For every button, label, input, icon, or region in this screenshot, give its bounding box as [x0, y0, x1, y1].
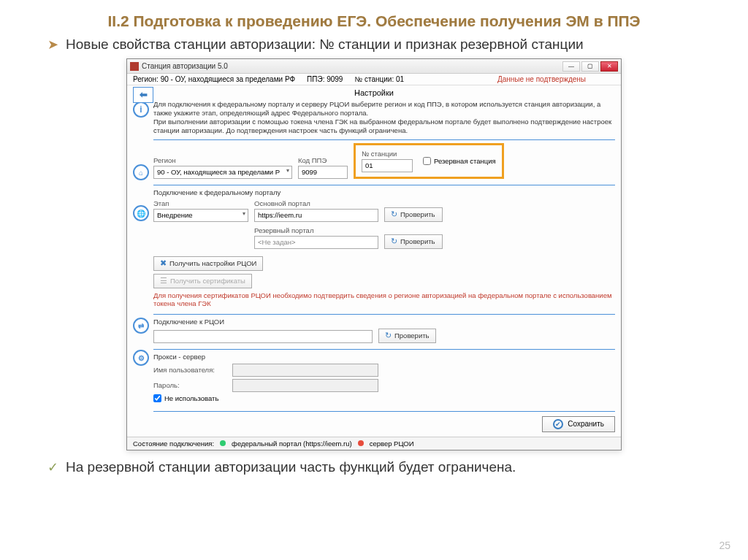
info-region: Регион: 90 - ОУ, находящиеся за пределам…	[133, 75, 295, 83]
stage-select[interactable]	[153, 209, 248, 222]
stage-label: Этап	[153, 199, 248, 207]
home-icon: ⌂	[133, 164, 149, 180]
proxy-pass-input	[232, 379, 378, 392]
check-icon: ✔	[553, 419, 563, 429]
page-number: 25	[719, 540, 730, 551]
back-button[interactable]: ⬅	[133, 87, 153, 103]
reserve-checkbox-wrap[interactable]: Резервная станция	[423, 157, 496, 165]
status-rcoi: сервер РЦОИ	[370, 440, 414, 448]
info-station: № станции: 01	[354, 75, 404, 83]
refresh-icon: ↻	[385, 331, 392, 340]
app-icon	[130, 62, 139, 71]
cert-icon: ☰	[160, 276, 167, 285]
check-icon: ✓	[47, 459, 58, 475]
status-label: Состояние подключения:	[133, 440, 214, 448]
bullet1-text: Новые свойства станции авторизации: № ст…	[66, 37, 584, 53]
get-certs-button[interactable]: ☰Получить сертификаты	[153, 274, 252, 288]
page-header: ⬅ Настройки	[127, 85, 621, 100]
status-fed: федеральный портал (https://ieem.ru)	[232, 440, 352, 448]
reserve-checkbox[interactable]	[423, 157, 431, 165]
highlight-station-box: № станции Резервная станция	[354, 143, 504, 179]
minimize-button[interactable]: —	[562, 61, 580, 72]
reserve-portal-label: Резервный портал	[254, 226, 378, 234]
proxy-nouse-label: Не использовать	[164, 394, 218, 402]
bullet2-text: На резервной станции авторизации часть ф…	[66, 459, 516, 475]
bullet-arrow-icon: ➤	[47, 37, 58, 53]
slide-title: II.2 Подготовка к проведению ЕГЭ. Обеспе…	[29, 11, 719, 31]
reserve-checkbox-label: Резервная станция	[434, 157, 496, 165]
maximize-button[interactable]: ▢	[581, 61, 599, 72]
main-portal-input[interactable]	[254, 209, 378, 222]
bullet-new-props: ➤ Новые свойства станции авторизации: № …	[47, 37, 719, 53]
proxy-group-title: Прокси - сервер	[153, 353, 615, 361]
info-strip: Регион: 90 - ОУ, находящиеся за пределам…	[127, 74, 621, 85]
group-proxy: Прокси - сервер Имя пользователя: Пароль…	[153, 349, 615, 408]
rcoi-input[interactable]	[153, 330, 373, 343]
proxy-nouse-checkbox[interactable]	[153, 394, 161, 402]
proxy-nouse-wrap[interactable]: Не использовать	[153, 394, 615, 402]
region-label: Регион	[153, 156, 292, 164]
check-rcoi-button[interactable]: ↻Проверить	[378, 329, 436, 343]
app-window: Станция авторизации 5.0 — ▢ ✕ Регион: 90…	[126, 58, 622, 450]
refresh-icon: ↻	[391, 237, 397, 246]
proxy-user-label: Имя пользователя:	[153, 366, 226, 374]
status-dot-red-icon	[358, 440, 364, 446]
main-portal-label: Основной портал	[254, 199, 378, 207]
link-icon: ⇄	[133, 318, 149, 334]
ppe-label: Код ППЭ	[298, 156, 348, 164]
info-icon: i	[133, 101, 149, 118]
get-rcoi-settings-button[interactable]: ✖Получить настройки РЦОИ	[153, 256, 263, 271]
refresh-icon: ↻	[391, 210, 397, 219]
check-reserve-portal-button[interactable]: ↻Проверить	[384, 234, 443, 249]
portal-group-title: Подключение к федеральному порталу	[153, 188, 615, 196]
group-region: Регион Код ППЭ № станции	[153, 139, 615, 185]
save-button[interactable]: ✔ Сохранить	[542, 416, 615, 432]
check-main-portal-button[interactable]: ↻Проверить	[384, 207, 443, 222]
status-dot-green-icon	[220, 440, 226, 446]
bullet-reserve-note: ✓ На резервной станции авторизации часть…	[47, 459, 719, 475]
status-bar: Состояние подключения: федеральный порта…	[127, 437, 621, 450]
station-input[interactable]	[362, 159, 413, 172]
proxy-pass-label: Пароль:	[153, 381, 226, 389]
proxy-icon: ⚙	[133, 350, 149, 366]
info-warning: Данные не подтверждены	[497, 75, 586, 83]
proxy-user-input	[232, 364, 378, 377]
close-button[interactable]: ✕	[600, 61, 618, 72]
tools-icon: ✖	[160, 258, 167, 268]
station-label: № станции	[362, 150, 413, 158]
window-title: Станция авторизации 5.0	[142, 62, 562, 70]
ppe-input[interactable]	[298, 166, 348, 179]
group-portal: Подключение к федеральному порталу Этап …	[153, 185, 615, 314]
cert-warning: Для получения сертификатов РЦОИ необходи…	[153, 291, 615, 308]
reserve-portal-input[interactable]	[254, 236, 378, 249]
info-ppe: ППЭ: 9099	[307, 75, 343, 83]
group-rcoi: Подключение к РЦОИ ↻Проверить	[153, 314, 615, 349]
globe-icon: 🌐	[133, 205, 149, 221]
rcoi-group-title: Подключение к РЦОИ	[153, 318, 615, 326]
window-titlebar[interactable]: Станция авторизации 5.0 — ▢ ✕	[127, 59, 621, 74]
region-select[interactable]	[153, 166, 292, 179]
page-title: Настройки	[354, 88, 394, 97]
info-paragraph: Для подключения к федеральному порталу и…	[153, 100, 615, 135]
